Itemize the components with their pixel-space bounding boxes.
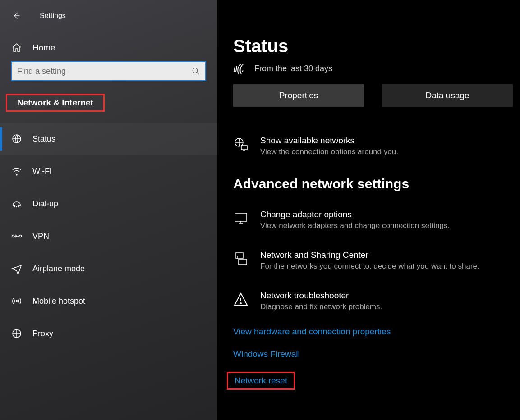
show-networks-row[interactable]: Show available networks View the connect… [233, 136, 520, 156]
page-title: Status [233, 36, 520, 56]
sidebar-item-status[interactable]: Status [0, 123, 217, 155]
sidebar-item-vpn[interactable]: VPN [0, 220, 217, 252]
data-usage-button[interactable]: Data usage [382, 84, 513, 107]
sidebar-item-label: VPN [32, 232, 49, 241]
adapter-options-row[interactable]: Change adapter options View network adap… [233, 210, 520, 230]
status-button-row: Properties Data usage [233, 84, 520, 107]
sidebar-item-proxy[interactable]: Proxy [0, 317, 217, 350]
sidebar-item-wifi[interactable]: Wi-Fi [0, 155, 217, 187]
svg-rect-12 [235, 213, 247, 221]
proxy-icon [11, 328, 23, 339]
back-button[interactable] [11, 10, 22, 21]
search-box[interactable] [11, 61, 206, 81]
troubleshooter-row[interactable]: Network troubleshooter Diagnose and fix … [233, 291, 520, 311]
hotspot-icon [11, 296, 23, 306]
back-arrow-icon [12, 11, 21, 20]
search-icon [192, 67, 200, 75]
svg-point-3 [15, 207, 15, 207]
option-texts: Network troubleshooter Diagnose and fix … [260, 291, 382, 311]
option-desc: View network adapters and change connect… [260, 221, 450, 230]
home-icon [11, 42, 23, 53]
svg-point-0 [193, 68, 198, 73]
sidebar-item-dialup[interactable]: Dial-up [0, 187, 217, 220]
svg-point-15 [240, 303, 241, 304]
svg-rect-13 [236, 253, 243, 258]
warning-triangle-icon [233, 291, 248, 307]
sidebar-topbar: Settings [0, 5, 217, 27]
sidebar-item-label: Proxy [32, 329, 53, 338]
nav-home-label: Home [32, 43, 55, 53]
app-title: Settings [40, 12, 66, 20]
globe-monitor-icon [233, 136, 248, 152]
status-summary-row: ıı((. From the last 30 days [233, 63, 520, 74]
sidebar-item-label: Mobile hotspot [32, 297, 85, 306]
advanced-section-title: Advanced network settings [233, 176, 520, 192]
airplane-icon [11, 263, 23, 274]
link-hardware-properties[interactable]: View hardware and connection properties [233, 327, 391, 337]
option-texts: Change adapter options View network adap… [260, 210, 450, 230]
sidebar-item-label: Wi-Fi [32, 167, 51, 176]
option-texts: Network and Sharing Center For the netwo… [260, 250, 479, 271]
option-title: Show available networks [260, 136, 398, 146]
option-title: Network and Sharing Center [260, 250, 479, 260]
status-subtitle: From the last 30 days [254, 64, 332, 73]
sharing-center-row[interactable]: Network and Sharing Center For the netwo… [233, 250, 520, 271]
search-container [0, 61, 217, 94]
option-desc: Diagnose and fix network problems. [260, 302, 382, 311]
svg-rect-14 [239, 259, 247, 265]
sidebar-item-label: Status [32, 134, 55, 144]
link-windows-firewall[interactable]: Windows Firewall [233, 349, 300, 359]
signal-icon: ıı((. [233, 63, 244, 74]
wifi-icon [11, 166, 23, 177]
sidebar-category: Network & Internet [6, 94, 105, 112]
dialup-icon [11, 198, 23, 209]
sidebar-item-hotspot[interactable]: Mobile hotspot [0, 285, 217, 317]
option-texts: Show available networks View the connect… [260, 136, 398, 156]
sidebar-nav-list: Status Wi-Fi Dial-up VPN Airplane mode [0, 123, 217, 350]
svg-point-2 [16, 174, 17, 175]
main-content: Status ıı((. From the last 30 days Prope… [217, 0, 520, 420]
printer-share-icon [233, 250, 248, 266]
sidebar-item-label: Airplane mode [32, 264, 85, 274]
search-input[interactable] [17, 67, 192, 76]
option-desc: For the networks you connect to, decide … [260, 262, 479, 271]
link-network-reset[interactable]: Network reset [227, 372, 295, 390]
svg-point-6 [12, 235, 14, 237]
option-title: Network troubleshooter [260, 291, 382, 301]
svg-point-5 [18, 207, 19, 207]
sidebar-item-airplane[interactable]: Airplane mode [0, 252, 217, 285]
properties-button[interactable]: Properties [233, 84, 364, 107]
monitor-icon [233, 210, 248, 226]
svg-point-8 [16, 301, 18, 302]
sidebar: Settings Home Network & Internet Status … [0, 0, 217, 420]
option-title: Change adapter options [260, 210, 450, 219]
globe-grid-icon [11, 133, 23, 144]
nav-home[interactable]: Home [0, 27, 217, 61]
option-desc: View the connection options around you. [260, 147, 398, 156]
vpn-icon [11, 231, 23, 242]
svg-point-7 [19, 235, 22, 237]
svg-point-4 [17, 207, 17, 207]
sidebar-item-label: Dial-up [32, 199, 58, 209]
svg-rect-11 [241, 146, 247, 150]
